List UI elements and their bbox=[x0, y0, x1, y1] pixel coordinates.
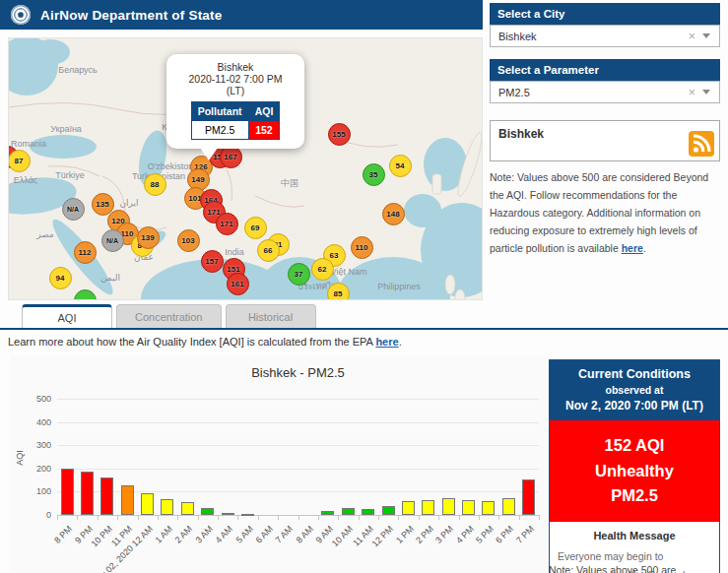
learn-more-prefix: Learn more about how the Air Quality Ind… bbox=[8, 336, 375, 348]
map-marker[interactable]: 62 bbox=[311, 258, 334, 281]
chart-gridline bbox=[57, 445, 539, 446]
map-marker[interactable]: 94 bbox=[49, 267, 72, 289]
select-parameter-title: Select a Parameter bbox=[497, 64, 599, 76]
epa-link[interactable]: here bbox=[375, 336, 398, 348]
chart-bar-2-pm[interactable] bbox=[422, 500, 434, 515]
chart-x-tick bbox=[177, 516, 178, 520]
rss-icon[interactable] bbox=[689, 131, 714, 157]
parameter-clear-icon[interactable]: × bbox=[681, 85, 702, 99]
chart-x-tick bbox=[57, 516, 58, 520]
chart-bar-5-pm[interactable] bbox=[482, 501, 495, 515]
map-marker[interactable]: 35 bbox=[363, 163, 385, 186]
chart-bar-11-pm[interactable] bbox=[121, 485, 134, 515]
chart-bar-3-pm[interactable] bbox=[442, 498, 455, 515]
map-marker[interactable]: 161 bbox=[227, 273, 249, 295]
chart-bar-6-pm[interactable] bbox=[502, 498, 515, 515]
chart-bar-11-am[interactable] bbox=[362, 509, 374, 515]
observed-at-label: observed at bbox=[554, 384, 715, 396]
chart-bar-2-am[interactable] bbox=[181, 502, 194, 515]
popup-col-aqi: AQI bbox=[248, 102, 280, 121]
chart-x-tick bbox=[359, 516, 360, 520]
city-dropdown-arrow-icon[interactable] bbox=[702, 33, 710, 38]
map-popup[interactable]: Bishkek 2020-11-02 7:00 PM (LT) Pollutan… bbox=[166, 54, 304, 149]
tab-concentration[interactable]: Concentration bbox=[116, 304, 222, 328]
chart-bar-4-pm[interactable] bbox=[462, 500, 475, 515]
note-here-link[interactable]: here bbox=[622, 242, 643, 254]
map-marker[interactable]: 157 bbox=[201, 250, 224, 273]
map-marker[interactable]: 69 bbox=[244, 217, 267, 239]
chart-bar-10-am[interactable] bbox=[342, 508, 355, 515]
chart-bar-3-am[interactable] bbox=[201, 508, 214, 515]
chart-bar-5-am[interactable] bbox=[241, 514, 254, 516]
popup-aqi-value: 152 bbox=[248, 121, 280, 140]
map-marker[interactable]: 54 bbox=[389, 155, 412, 177]
rss-city-label: Bishkek bbox=[498, 127, 544, 141]
map-marker[interactable]: 171 bbox=[216, 213, 238, 235]
chart-x-tick bbox=[138, 516, 139, 520]
map-marker[interactable]: 139 bbox=[137, 226, 160, 249]
chart-x-tick bbox=[77, 516, 78, 520]
popup-aqi-table: Pollutant AQI PM2.5 152 bbox=[191, 101, 281, 140]
chart-x-tick bbox=[498, 516, 499, 520]
chart-x-tick bbox=[398, 516, 399, 520]
city-select[interactable]: Bishkek × bbox=[490, 25, 720, 47]
chart-gridline bbox=[57, 469, 539, 470]
chart-bar-1-am[interactable] bbox=[161, 499, 173, 515]
map-marker[interactable]: N/A bbox=[101, 229, 124, 252]
chart-x-tick bbox=[519, 516, 520, 520]
chart-bar-1-pm[interactable] bbox=[402, 501, 415, 515]
map-marker[interactable]: 87 bbox=[8, 150, 31, 172]
chart-bar-nov-02-2020-12-am[interactable] bbox=[141, 493, 154, 515]
chart-bar-10-pm[interactable] bbox=[100, 478, 113, 515]
city-clear-icon[interactable]: × bbox=[681, 29, 702, 43]
map-marker[interactable]: 37 bbox=[288, 263, 310, 286]
popup-timezone: (LT) bbox=[172, 85, 298, 96]
chart-x-tick bbox=[218, 516, 219, 520]
chart-x-tick bbox=[338, 516, 339, 520]
chart-y-tick-label: 0 bbox=[14, 510, 51, 520]
chart-y-tick-label: 400 bbox=[14, 417, 51, 427]
tab-historical[interactable]: Historical bbox=[226, 304, 316, 328]
aqi-pollutant: PM2.5 bbox=[554, 483, 715, 509]
state-department-seal-icon bbox=[10, 4, 32, 26]
map-marker[interactable]: 148 bbox=[382, 203, 405, 225]
observation-datetime: Nov 2, 2020 7:00 PM (LT) bbox=[554, 399, 715, 413]
chart-gridline bbox=[57, 399, 539, 400]
aqi-world-map[interactable]: БеларусьУкраїнаКазақстанRomaniaΕλλάςTürk… bbox=[8, 37, 483, 300]
app-title: AirNow Department of State bbox=[40, 8, 222, 23]
map-marker[interactable]: 155 bbox=[328, 123, 351, 146]
map-marker[interactable]: 112 bbox=[74, 241, 97, 264]
current-conditions-panel: Current Conditions observed at Nov 2, 20… bbox=[549, 359, 720, 573]
chart-x-tick bbox=[459, 516, 460, 520]
chart-bar-8-pm[interactable] bbox=[61, 469, 74, 515]
note-suffix: . bbox=[643, 242, 646, 254]
map-marker[interactable]: 103 bbox=[177, 229, 200, 252]
chart-bar-4-am[interactable] bbox=[222, 513, 234, 515]
parameter-select-value: PM2.5 bbox=[498, 87, 681, 98]
map-marker[interactable]: 88 bbox=[144, 173, 166, 196]
chart-bar-12-pm[interactable] bbox=[382, 506, 395, 515]
app-header: AirNow Department of State bbox=[0, 0, 483, 30]
chart-x-tick bbox=[318, 516, 319, 520]
map-marker[interactable]: 110 bbox=[351, 236, 373, 259]
chart-bar-9-pm[interactable] bbox=[81, 472, 94, 515]
bottom-note-text: Note: Values above 500 are considered Be… bbox=[549, 564, 724, 573]
chart-x-tick bbox=[278, 516, 279, 520]
parameter-dropdown-arrow-icon[interactable] bbox=[702, 90, 710, 95]
chart-x-tick bbox=[117, 516, 118, 520]
current-conditions-title: Current Conditions bbox=[554, 367, 715, 381]
popup-pollutant-value: PM2.5 bbox=[191, 121, 248, 140]
tab-aqi[interactable]: AQI bbox=[22, 304, 112, 328]
chart-bar-7-pm[interactable] bbox=[522, 479, 535, 515]
chart-x-tick bbox=[258, 516, 259, 520]
popup-datetime: 2020-11-02 7:00 PM bbox=[172, 73, 298, 85]
chart-title: Bishkek - PM2.5 bbox=[57, 365, 539, 380]
parameter-select[interactable]: PM2.5 × bbox=[490, 81, 720, 103]
map-marker[interactable]: 85 bbox=[327, 283, 350, 301]
chart-x-tick bbox=[419, 516, 420, 520]
city-select-value: Bishkek bbox=[498, 31, 681, 42]
map-marker[interactable]: 66 bbox=[257, 239, 280, 262]
popup-col-pollutant: Pollutant bbox=[191, 102, 248, 121]
map-marker[interactable]: N/A bbox=[62, 198, 85, 221]
chart-bar-9-am[interactable] bbox=[321, 511, 334, 515]
